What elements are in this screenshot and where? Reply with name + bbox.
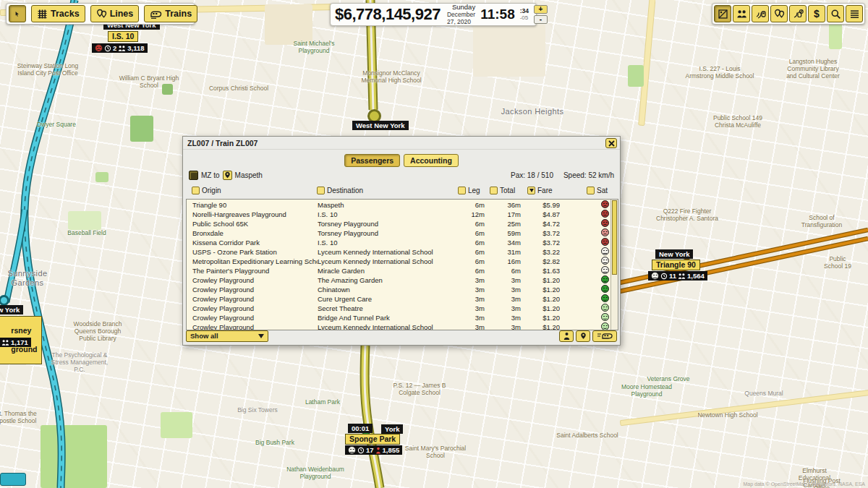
tracks-button[interactable]: Tracks	[31, 5, 85, 22]
column-total[interactable]: Total	[484, 187, 520, 194]
total-cell: 6m	[485, 267, 521, 275]
passenger-row[interactable]: Bronxdale Torsney Playground 6m 59m $3.7…	[187, 228, 610, 238]
lines-overlay-button[interactable]	[770, 5, 788, 22]
satisfaction-face-icon	[601, 238, 609, 246]
map-options-button[interactable]	[714, 5, 731, 22]
total-cell: 3m	[485, 276, 521, 284]
chevron-down-icon	[258, 334, 264, 338]
passenger-row[interactable]: Crowley Playground Cure Urgent Care 3m 3…	[187, 294, 610, 304]
station-label[interactable]: I.S. 10	[108, 31, 138, 42]
tracks-icon	[37, 9, 48, 20]
total-cell: 16m	[485, 257, 521, 265]
leg-cell: 3m	[459, 314, 485, 322]
search-button[interactable]	[827, 5, 844, 22]
train-calls-button[interactable]	[752, 5, 769, 22]
filter-checkbox[interactable]	[192, 187, 200, 194]
line-badge-icon[interactable]	[189, 171, 198, 180]
map-pins-icon	[96, 9, 107, 20]
line-label: York	[381, 424, 403, 434]
column-leg[interactable]: Leg	[458, 187, 484, 194]
sort-indicator-icon[interactable]	[527, 187, 535, 194]
tab-accounting[interactable]: Accounting	[404, 154, 459, 167]
date-display: Sunday December 27, 2020	[447, 4, 475, 25]
clock-icon	[660, 273, 668, 280]
close-button[interactable]	[605, 138, 617, 148]
main-toolbar: Tracks Lines Trains	[6, 3, 195, 25]
total-cell: 34m	[485, 239, 521, 247]
fare-cell: $1.63	[521, 267, 560, 275]
passenger-row[interactable]: Triangle 90 Maspeth 6m 36m $5.99	[187, 200, 610, 210]
table-scrollbar[interactable]	[610, 200, 618, 330]
follow-passenger-button[interactable]	[559, 330, 574, 342]
passenger-row[interactable]: Public School 65K Torsney Playground 6m …	[187, 219, 610, 228]
passenger-row[interactable]: Metropolitan Expeditionary Learning Scho…	[187, 257, 610, 266]
column-sat[interactable]: Sat	[559, 187, 617, 194]
menu-button[interactable]	[846, 5, 863, 22]
filter-checkbox[interactable]	[587, 187, 595, 194]
trains-button-label: Trains	[165, 9, 192, 19]
passenger-row[interactable]: USPS - Ozone Park Station Lyceum Kennedy…	[187, 247, 610, 257]
satisfaction-face-icon	[601, 247, 609, 255]
select-tool-button[interactable]	[9, 5, 26, 22]
passenger-row[interactable]: The Painter's Playground Miracle Garden …	[187, 266, 610, 275]
satisfaction-face-icon	[601, 294, 609, 302]
leg-cell: 3m	[459, 295, 485, 303]
pax-overlay-button[interactable]	[733, 5, 750, 22]
column-label: Fare	[537, 187, 553, 194]
scrollbar-thumb[interactable]	[612, 200, 617, 275]
station-stats: 2 3,118	[92, 43, 148, 53]
satisfaction-cell	[560, 200, 610, 210]
time-speed-down-button[interactable]: -	[534, 15, 548, 24]
passenger-row[interactable]: Kissena Corridor Park I.S. 10 6m 34m $3.…	[187, 238, 610, 247]
trains-button[interactable]: Trains	[144, 5, 197, 22]
origin-cell: USPS - Ozone Park Station	[192, 248, 318, 256]
total-cell: 3m	[485, 314, 521, 322]
finances-button[interactable]: $	[808, 5, 825, 22]
origin-cell: Crowley Playground	[192, 286, 318, 294]
satisfaction-face-icon	[601, 228, 609, 236]
tab-passengers[interactable]: Passengers	[344, 154, 400, 167]
station-label[interactable]: Triangle 90	[652, 260, 700, 270]
column-origin[interactable]: Origin	[192, 187, 317, 194]
leg-cell: 6m	[459, 248, 485, 256]
station-dot[interactable]	[0, 295, 9, 306]
filter-checkbox[interactable]	[317, 187, 325, 194]
train-signal-icon	[755, 9, 766, 20]
passenger-row[interactable]: Crowley Playground Chinatown 3m 3m $1.20	[187, 285, 610, 294]
station-map-label[interactable]: West New York	[352, 121, 409, 130]
destination-cell: Miracle Garden	[318, 267, 459, 275]
origin-cell: Kissena Corridor Park	[192, 239, 318, 247]
lines-button[interactable]: Lines	[90, 5, 140, 22]
person-icon	[563, 332, 571, 341]
dialog-titlebar[interactable]: ZL007 / Train ZL007	[183, 137, 620, 150]
column-fare-sorted[interactable]: Fare	[520, 187, 559, 194]
leg-cell: 6m	[459, 257, 485, 265]
passenger-filter-dropdown[interactable]: Show all	[186, 330, 268, 342]
satisfaction-cell	[560, 294, 610, 304]
origin-cell: Triangle 90	[192, 201, 318, 209]
satisfaction-cell	[560, 304, 610, 313]
locate-on-map-button[interactable]	[576, 330, 590, 342]
column-destination[interactable]: Destination	[317, 187, 458, 194]
table-header: Origin Destination Leg Total Fare Sat	[186, 184, 617, 196]
station-stats: 17 1,855	[345, 445, 402, 455]
time-speed-up-button[interactable]: +	[534, 5, 548, 14]
leg-cell: 12m	[459, 210, 485, 218]
passenger-row[interactable]: Crowley Playground Bridge And Tunnel Par…	[187, 313, 610, 322]
filter-checkbox[interactable]	[458, 187, 466, 194]
station-label[interactable]: Sponge Park	[345, 434, 400, 445]
signals-button[interactable]	[789, 5, 807, 22]
time-speed-controls: + -	[534, 5, 548, 24]
go-to-train-button[interactable]	[592, 330, 617, 342]
satisfaction-face-icon	[651, 272, 659, 280]
filter-checkbox[interactable]	[490, 187, 498, 194]
fare-cell: $1.20	[521, 295, 560, 303]
cursor-icon	[14, 9, 20, 20]
passenger-row[interactable]: Crowley Playground Secret Theatre 3m 3m …	[187, 304, 610, 313]
lines-button-label: Lines	[110, 9, 134, 19]
passenger-row[interactable]: Crowley Playground The Amazing Garden 3m…	[187, 275, 610, 285]
filter-value: Show all	[190, 332, 218, 340]
passenger-row[interactable]: Norelli-Hargreaves Playground I.S. 10 12…	[187, 210, 610, 219]
destination-cell: I.S. 10	[318, 239, 459, 247]
destination-pin-button[interactable]	[223, 171, 232, 180]
